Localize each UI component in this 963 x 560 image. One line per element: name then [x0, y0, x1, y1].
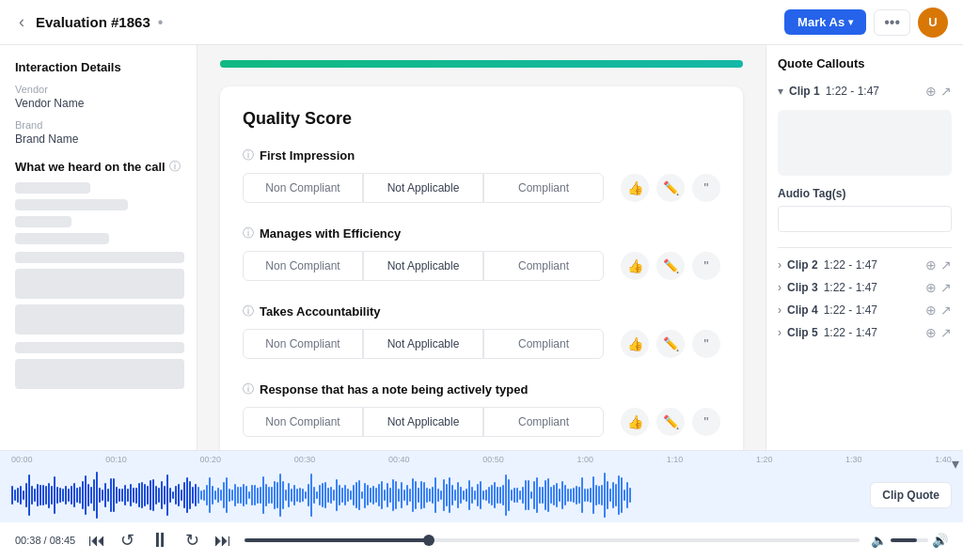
rewind-button[interactable]: ↺	[118, 528, 136, 552]
expand-button[interactable]: ▾	[952, 455, 959, 473]
clip-3-add-button[interactable]: ⊕	[925, 280, 937, 295]
non-compliant-2[interactable]: Non Compliant	[243, 329, 363, 359]
compliant-0[interactable]: Compliant	[483, 173, 604, 203]
info-icon-0: ⓘ	[243, 148, 254, 163]
clip-1-share-button[interactable]: ↗	[940, 84, 952, 99]
not-applicable-0[interactable]: Not Applicable	[363, 173, 483, 203]
volume-low-icon: 🔈	[871, 533, 887, 548]
header-right: Mark As ▾ ••• U	[784, 8, 948, 38]
clip-1-collapse-icon[interactable]: ▾	[778, 85, 783, 98]
criteria-row-2: ⓘ Takes Accountability Non Compliant Not…	[243, 303, 720, 359]
thumbs-up-1[interactable]: 👍	[621, 252, 649, 280]
clip-2-add-button[interactable]: ⊕	[925, 257, 937, 272]
skeleton-block	[15, 342, 184, 353]
more-options-button[interactable]: •••	[874, 9, 910, 36]
marker-7: 1:10	[667, 455, 684, 464]
clip-4-time: 1:22 - 1:47	[824, 303, 920, 317]
progress-knob[interactable]	[423, 535, 434, 546]
criteria-header-1: ⓘ Manages with Efficiency	[243, 226, 720, 241]
clip-3-time: 1:22 - 1:47	[824, 281, 920, 294]
marker-10: 1:40	[935, 455, 952, 464]
waveform-area[interactable]: Clip Quote	[0, 468, 963, 522]
skip-end-button[interactable]: ⏭	[213, 529, 233, 552]
audio-tags-input[interactable]	[778, 206, 952, 232]
edit-3[interactable]: ✏️	[656, 408, 685, 436]
compliant-3[interactable]: Compliant	[483, 407, 604, 437]
what-heard-section: What we heard on the call ⓘ	[15, 159, 182, 175]
options-row-1: Non Compliant Not Applicable Compliant	[243, 251, 604, 281]
header-left: ‹ Evaluation #1863 •	[15, 8, 163, 36]
options-row-2: Non Compliant Not Applicable Compliant	[243, 329, 604, 359]
quote-1[interactable]: "	[692, 252, 720, 280]
vendor-label: Vendor	[15, 84, 182, 95]
clip-2-actions: ⊕ ↗	[925, 257, 952, 272]
play-pause-button[interactable]: ⏸	[148, 526, 172, 554]
edit-1[interactable]: ✏️	[656, 252, 685, 280]
marker-6: 1:00	[576, 455, 593, 464]
volume-track[interactable]	[891, 538, 928, 542]
quote-0[interactable]: "	[692, 174, 720, 202]
ellipsis-icon: •••	[884, 14, 900, 30]
criteria-actions-2: 👍 ✏️ "	[621, 330, 720, 358]
not-applicable-3[interactable]: Not Applicable	[363, 407, 483, 437]
thumbs-up-2[interactable]: 👍	[621, 330, 649, 358]
back-button[interactable]: ‹	[15, 8, 28, 36]
criteria-actions-3: 👍 ✏️ "	[621, 408, 720, 436]
non-compliant-1[interactable]: Non Compliant	[243, 251, 363, 281]
criteria-name-2: Takes Accountability	[260, 304, 381, 319]
criteria-controls-3: Non Compliant Not Applicable Compliant 👍…	[243, 407, 720, 437]
quote-3[interactable]: "	[692, 408, 720, 436]
forward-button[interactable]: ↻	[183, 528, 201, 552]
criteria-name-1: Manages with Efficiency	[260, 226, 401, 241]
vendor-name: Vendor Name	[15, 97, 182, 110]
chevron-down-icon: ▾	[848, 17, 853, 27]
audio-tags-label: Audio Tag(s)	[778, 187, 952, 200]
marker-1: 00:10	[105, 455, 127, 464]
clip-3-expand-icon[interactable]: ›	[778, 281, 781, 294]
clip-5-label: Clip 5	[787, 326, 818, 339]
page-title: Evaluation #1863	[36, 14, 150, 30]
criteria-controls-1: Non Compliant Not Applicable Compliant 👍…	[243, 251, 720, 281]
interaction-details-title: Interaction Details	[15, 60, 182, 74]
non-compliant-3[interactable]: Non Compliant	[243, 407, 363, 437]
clip-2-label: Clip 2	[787, 258, 818, 272]
clip-1-label: Clip 1	[789, 85, 820, 98]
mark-as-button[interactable]: Mark As ▾	[784, 9, 866, 35]
clip-4-share-button[interactable]: ↗	[940, 303, 952, 318]
skeleton-block	[15, 233, 109, 244]
brand-label: Brand	[15, 119, 182, 131]
clip-5-add-button[interactable]: ⊕	[925, 325, 937, 340]
main-layout: Interaction Details Vendor Vendor Name B…	[0, 45, 963, 450]
compliant-1[interactable]: Compliant	[483, 251, 604, 281]
clip-1-add-button[interactable]: ⊕	[925, 84, 937, 99]
clip-3-actions: ⊕ ↗	[925, 280, 952, 295]
thumbs-up-0[interactable]: 👍	[621, 174, 649, 202]
clip-quote-button[interactable]: Clip Quote	[870, 482, 952, 508]
progress-bar-container	[220, 60, 743, 68]
not-applicable-2[interactable]: Not Applicable	[363, 329, 483, 359]
player-controls: 00:38 / 08:45 ⏮ ↺ ⏸ ↻ ⏭ 🔈 🔊	[0, 522, 963, 560]
clip-2-header: › Clip 2 1:22 - 1:47 ⊕ ↗	[778, 254, 952, 276]
clip-5-expand-icon[interactable]: ›	[778, 326, 781, 339]
clip-3-share-button[interactable]: ↗	[940, 280, 952, 295]
not-applicable-1[interactable]: Not Applicable	[363, 251, 483, 281]
thumbs-up-3[interactable]: 👍	[621, 408, 649, 436]
edit-0[interactable]: ✏️	[656, 174, 685, 202]
clip-2-expand-icon[interactable]: ›	[778, 258, 781, 272]
clip-4-expand-icon[interactable]: ›	[778, 303, 781, 317]
options-row-0: Non Compliant Not Applicable Compliant	[243, 173, 604, 203]
clip-2-share-button[interactable]: ↗	[940, 257, 952, 272]
non-compliant-0[interactable]: Non Compliant	[243, 173, 363, 203]
info-icon: ⓘ	[169, 159, 181, 175]
progress-track[interactable]	[245, 538, 860, 542]
quote-2[interactable]: "	[692, 330, 720, 358]
volume-fill	[891, 538, 917, 542]
edit-2[interactable]: ✏️	[656, 330, 685, 358]
skip-back-start-button[interactable]: ⏮	[87, 529, 107, 552]
volume-high-icon: 🔊	[932, 533, 948, 548]
compliant-2[interactable]: Compliant	[483, 329, 604, 359]
waveform-bars	[11, 468, 876, 522]
clip-5-share-button[interactable]: ↗	[940, 325, 952, 340]
clip-4-add-button[interactable]: ⊕	[925, 303, 937, 318]
clip-5-time: 1:22 - 1:47	[824, 326, 920, 339]
